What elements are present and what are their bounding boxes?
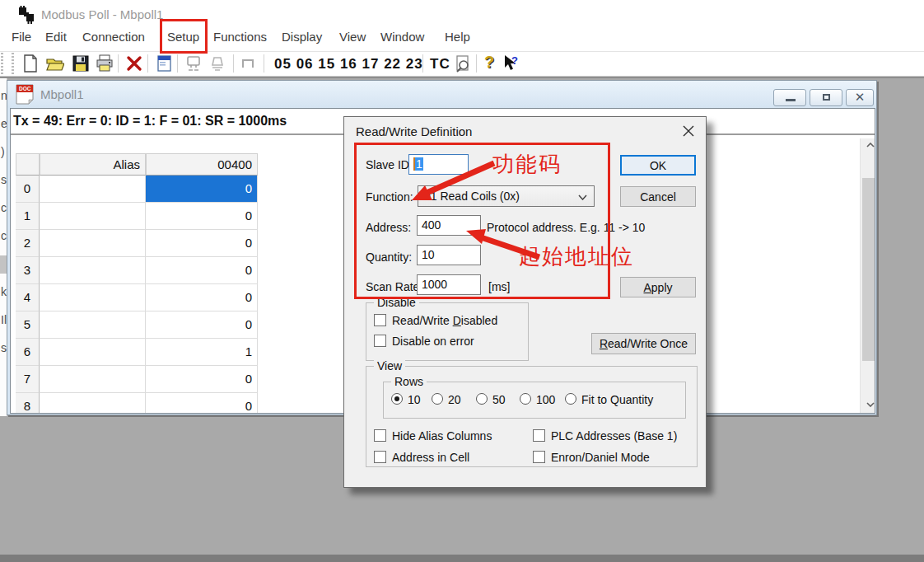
grid-corner-header (16, 153, 40, 176)
row-header[interactable]: 2 (16, 230, 40, 257)
dialog-close-icon[interactable] (683, 125, 694, 137)
close-button[interactable]: ✕ (846, 89, 874, 106)
new-file-icon[interactable] (21, 54, 40, 73)
test-center-button[interactable]: TC (430, 56, 450, 73)
app-window-chrome: Modbus Poll - Mbpoll1 File Edit Connecti… (0, 0, 924, 78)
delete-icon[interactable] (125, 54, 143, 73)
alias-cell[interactable] (40, 230, 146, 257)
alias-cell[interactable] (40, 257, 146, 284)
connect-icon[interactable] (184, 54, 203, 73)
plc-addresses-checkbox[interactable] (533, 429, 545, 442)
scroll-up-icon[interactable] (861, 138, 875, 153)
mbpoll-titlebar[interactable]: DOC Mbpoll1 ✕ (7, 81, 876, 108)
rows-50-radio[interactable] (476, 393, 488, 405)
background-partial-text: n e ) s c c c k Il s (0, 78, 7, 362)
app-title: Modbus Poll - Mbpoll1 (41, 7, 163, 21)
screen: Modbus Poll - Mbpoll1 File Edit Connecti… (0, 0, 924, 562)
rows-10-radio[interactable] (391, 393, 403, 405)
alias-cell[interactable] (40, 176, 146, 203)
context-help-icon[interactable]: ? (502, 54, 520, 73)
hide-alias-columns-checkbox[interactable] (374, 429, 386, 442)
read-write-disabled-checkbox[interactable] (374, 314, 386, 326)
row-header[interactable]: 6 (16, 339, 40, 366)
scrollbar-thumb[interactable] (862, 178, 875, 361)
fit-to-quantity-radio[interactable] (565, 393, 576, 405)
grid-header-alias[interactable]: Alias (40, 153, 146, 176)
menu-item-window[interactable]: Window (380, 30, 424, 44)
disable-on-error-checkbox[interactable] (374, 335, 386, 347)
rows-20-label: 20 (448, 393, 461, 406)
menu-item-file[interactable]: File (12, 30, 31, 44)
toolbar-grip (1, 53, 3, 74)
svg-text:DOC: DOC (19, 86, 31, 91)
annotation-function-code: 功能码 (492, 150, 562, 179)
menu-item-help[interactable]: Help (445, 30, 470, 44)
rows-group-label: Rows (391, 375, 427, 388)
pulse-icon[interactable] (240, 54, 259, 73)
menu-item-view[interactable]: View (339, 30, 366, 44)
row-header[interactable]: 5 (16, 311, 40, 339)
alias-cell[interactable] (40, 284, 146, 311)
row-header[interactable]: 3 (16, 257, 40, 284)
toolbar-separator (233, 54, 234, 73)
apply-label-rest: pply (651, 281, 673, 294)
find-icon[interactable] (454, 54, 472, 73)
menu-item-connection[interactable]: Connection (82, 30, 145, 44)
cancel-button[interactable]: Cancel (620, 186, 696, 207)
apply-button[interactable]: Apply (620, 277, 696, 297)
value-cell[interactable]: 0 (146, 203, 258, 230)
doc-icon: DOC (16, 84, 34, 105)
address-in-cell-label: Address in Cell (392, 451, 469, 464)
address-in-cell-checkbox[interactable] (374, 451, 386, 463)
value-cell[interactable]: 0 (146, 311, 258, 339)
alias-cell[interactable] (40, 311, 146, 339)
help-icon[interactable]: ? (484, 53, 494, 72)
restore-button[interactable] (810, 89, 842, 106)
menu-item-display[interactable]: Display (282, 30, 322, 44)
alias-cell[interactable] (40, 339, 146, 366)
minimize-button[interactable] (773, 89, 806, 106)
row-header[interactable]: 8 (16, 393, 40, 413)
value-cell-selected[interactable]: 0 (146, 176, 258, 203)
toolbar-separator (264, 54, 264, 73)
save-icon[interactable] (72, 54, 90, 73)
dialog-title: Read/Write Definition (356, 124, 472, 138)
value-cell[interactable]: 0 (146, 284, 258, 311)
scroll-down-icon[interactable] (861, 398, 875, 413)
open-file-icon[interactable] (46, 54, 64, 73)
rwo-label-rest: ead/Write Once (608, 337, 688, 350)
alias-cell[interactable] (40, 366, 146, 393)
menu-item-edit[interactable]: Edit (45, 30, 67, 44)
row-header[interactable]: 7 (16, 366, 40, 393)
value-cell[interactable]: 0 (146, 257, 258, 284)
value-cell[interactable]: 0 (146, 230, 258, 257)
display-window-icon[interactable] (156, 54, 174, 73)
value-cell[interactable]: 0 (146, 393, 258, 413)
grid-header-00400[interactable]: 00400 (146, 153, 258, 176)
row-header[interactable]: 1 (16, 203, 40, 230)
print-icon[interactable] (96, 54, 114, 73)
radio-dot (394, 396, 399, 401)
plc-addresses-label: PLC Addresses (Base 1) (551, 429, 677, 443)
fit-to-quantity-label: Fit to Quantity (581, 393, 653, 406)
toolbar-bottom-edge (0, 77, 924, 78)
toolbar-separator (147, 54, 148, 73)
read-write-once-button[interactable]: Read/Write Once (591, 333, 696, 354)
row-header[interactable]: 0 (16, 176, 40, 203)
rows-100-radio[interactable] (520, 393, 531, 405)
value-cell[interactable]: 1 (146, 339, 258, 366)
disconnect-icon[interactable] (208, 54, 226, 73)
rows-50-label: 50 (492, 393, 506, 406)
function-code-buttons[interactable]: 05 06 15 16 17 22 23 (274, 56, 423, 73)
row-header[interactable]: 4 (16, 284, 40, 311)
alias-cell[interactable] (40, 203, 146, 230)
vertical-scrollbar[interactable] (860, 138, 875, 413)
app-icon (17, 6, 36, 24)
menu-item-functions[interactable]: Functions (213, 30, 267, 44)
alias-cell[interactable] (40, 393, 146, 413)
enron-daniel-checkbox[interactable] (533, 451, 545, 463)
rows-20-radio[interactable] (432, 393, 443, 405)
enron-daniel-label: Enron/Daniel Mode (551, 451, 650, 464)
value-cell[interactable]: 0 (146, 366, 258, 393)
ok-button[interactable]: OK (620, 155, 696, 176)
